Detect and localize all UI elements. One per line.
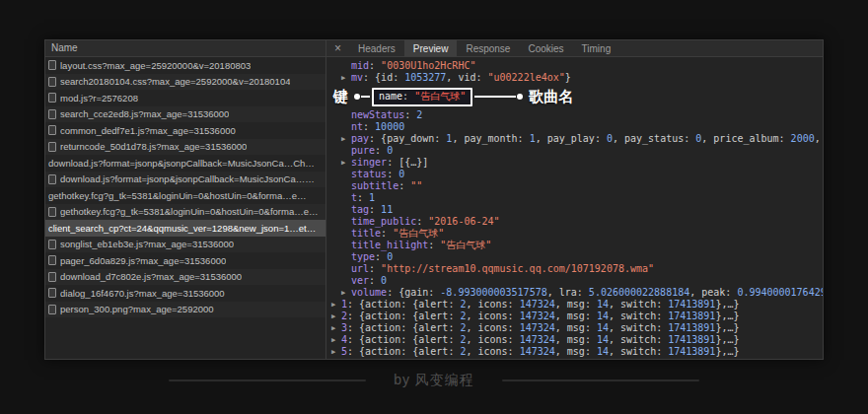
json-value: 5.026000022888184 — [589, 287, 689, 298]
expand-arrow-icon[interactable]: ▶ — [331, 346, 341, 358]
json-value: 2000 — [791, 133, 815, 144]
json-value: , icons: — [466, 346, 519, 357]
json-text: : — [347, 310, 359, 321]
network-request-row[interactable]: songlist_eb1eb3e.js?max_age=31536000 — [45, 237, 326, 253]
json-property[interactable]: ▶1: {action: {alert: 2, icons: 147324, m… — [326, 299, 823, 310]
network-request-row[interactable]: download.js?format=jsonp&jsonpCallback=M… — [45, 155, 326, 172]
network-request-row[interactable]: search20180104.css?max_age=2592000&v=201… — [45, 74, 326, 91]
json-value: , msg: — [555, 299, 597, 310]
json-text: : — [369, 263, 381, 274]
json-property: ▶mid: "0030U1ho2HcRHC" — [326, 60, 823, 72]
preview-panel: × HeadersPreviewResponseCookiesTiming ▶m… — [326, 40, 823, 359]
json-value: , msg: — [555, 346, 597, 357]
json-property[interactable]: ▶4: {action: {alert: 2, icons: 147324, m… — [326, 334, 823, 346]
json-value: },…} — [715, 322, 739, 333]
json-text: : — [369, 133, 381, 144]
json-key: title_hilight — [351, 240, 428, 250]
json-value: 14 — [597, 322, 609, 333]
json-value: },…} — [715, 299, 739, 310]
expand-arrow-icon[interactable]: ▶ — [341, 287, 351, 299]
tab-cookies[interactable]: Cookies — [519, 40, 572, 56]
json-key: mv — [351, 72, 363, 83]
request-name: client_search_cp?ct=24&qqmusic_ver=1298&… — [48, 223, 316, 234]
json-string-value: "告白气球" — [393, 228, 444, 239]
expand-arrow-icon[interactable]: ▶ — [341, 133, 351, 145]
json-key: tag — [351, 204, 369, 215]
json-value: {action: {alert: — [359, 346, 460, 357]
close-icon[interactable]: × — [326, 40, 349, 56]
network-request-row[interactable]: layout.css?max_age=25920000&v=20180803 — [45, 57, 326, 74]
tab-preview[interactable]: Preview — [404, 40, 458, 56]
tab-response[interactable]: Response — [457, 40, 519, 56]
watermark-line-left — [169, 380, 366, 381]
network-request-row[interactable]: dialog_16f4670.js?max_age=31536000 — [45, 285, 326, 302]
expand-arrow-icon[interactable]: ▶ — [331, 334, 341, 346]
network-request-row[interactable]: pager_6d0a829.js?max_age=31536000 — [45, 252, 326, 269]
file-icon — [48, 255, 56, 265]
request-name: download.js?format=jsonp&jsonpCallback=M… — [60, 173, 315, 184]
annotation-value-label: 歌曲名 — [529, 91, 573, 103]
network-request-row[interactable]: gethotkey.fcg?g_tk=5381&loginUin=0&hostU… — [45, 204, 326, 221]
json-value: 14 — [597, 334, 609, 345]
network-request-row[interactable]: returncode_50d1d78.js?max_age=31536000 — [45, 139, 326, 156]
json-text: : — [347, 299, 359, 310]
expand-arrow-icon[interactable]: ▶ — [341, 157, 351, 169]
file-icon — [48, 142, 56, 152]
json-key: status — [351, 169, 387, 179]
expand-arrow-icon[interactable]: ▶ — [331, 299, 341, 310]
watermark-text: by 风变编程 — [394, 372, 474, 389]
json-value: 17413891 — [668, 334, 715, 345]
network-name-column-header[interactable]: Name — [45, 40, 326, 57]
network-request-row[interactable]: person_300.png?max_age=2592000 — [45, 302, 326, 318]
json-value: , switch: — [609, 310, 668, 321]
expand-arrow-icon[interactable]: ▶ — [331, 322, 341, 334]
json-value: 0 — [387, 251, 393, 262]
expand-arrow-icon[interactable]: ▶ — [341, 72, 351, 84]
network-request-row[interactable]: client_search_cp?ct=24&qqmusic_ver=1298&… — [45, 220, 326, 237]
json-key: name — [379, 91, 402, 102]
tab-timing[interactable]: Timing — [573, 40, 620, 56]
json-property: ▶time_public: "2016-06-24" — [326, 216, 823, 228]
json-value: 147324 — [520, 310, 555, 321]
json-string-value: "2016-06-24" — [428, 216, 499, 227]
json-property: ▶type: 0 — [326, 251, 823, 263]
expand-arrow-icon[interactable]: ▶ — [331, 310, 341, 322]
json-property: ▶title_hilight: "告白气球" — [326, 240, 823, 251]
network-request-row[interactable]: download.js?format=jsonp&jsonpCallback=M… — [45, 172, 326, 188]
json-value: , msg: — [555, 334, 597, 345]
json-value: , pay_month: — [452, 133, 529, 144]
json-property: ▶nt: 10000 — [326, 121, 823, 133]
network-request-row[interactable]: common_dedf7e1.js?max_age=31536000 — [45, 122, 326, 139]
json-property[interactable]: ▶volume: {gain: -8.993000003517578, lra:… — [326, 287, 823, 299]
network-request-row[interactable]: search_cce2ed8.js?max_age=31536000 — [45, 106, 326, 123]
json-property[interactable]: ▶3: {action: {alert: 2, icons: 147324, m… — [326, 322, 823, 334]
json-value: 10000 — [375, 121, 404, 132]
json-text: : — [369, 204, 381, 215]
json-value: 147324 — [520, 299, 555, 310]
json-value: , vid: — [446, 72, 487, 83]
json-text: : — [369, 275, 381, 286]
request-name: download.js?format=jsonp&jsonpCallback=M… — [48, 158, 315, 169]
json-text: : — [363, 72, 375, 83]
request-name: dialog_16f4670.js?max_age=31536000 — [60, 288, 225, 299]
json-value: , pay_play: — [536, 133, 607, 144]
json-text: : — [387, 287, 398, 298]
json-value: , price_tr… — [815, 133, 823, 144]
json-property[interactable]: ▶mv: {id: 1053277, vid: "u00222le4ox"} — [326, 72, 823, 84]
json-property[interactable]: ▶5: {action: {alert: 2, icons: 147324, m… — [326, 346, 823, 358]
json-property[interactable]: ▶pay: {pay_down: 1, pay_month: 1, pay_pl… — [326, 133, 823, 145]
tab-headers[interactable]: Headers — [349, 40, 404, 56]
json-key: url — [351, 263, 369, 274]
json-value: {action: {alert: — [359, 310, 460, 321]
json-property: ▶t: 1 — [326, 192, 823, 204]
json-value: , switch: — [609, 322, 668, 333]
json-key: ver — [351, 275, 369, 286]
json-property[interactable]: ▶2: {action: {alert: 2, icons: 147324, m… — [326, 310, 823, 322]
network-request-row[interactable]: download_d7c802e.js?max_age=31536000 — [45, 269, 326, 286]
json-value: , pay_status: — [613, 133, 695, 144]
json-value: 0 — [398, 169, 404, 179]
network-request-row[interactable]: gethotkey.fcg?g_tk=5381&loginUin=0&hostU… — [45, 187, 326, 204]
json-property[interactable]: ▶singer: [{…}] — [326, 157, 823, 169]
json-value: {pay_down: — [381, 133, 446, 144]
network-request-row[interactable]: mod.js?r=2576208 — [45, 90, 326, 106]
